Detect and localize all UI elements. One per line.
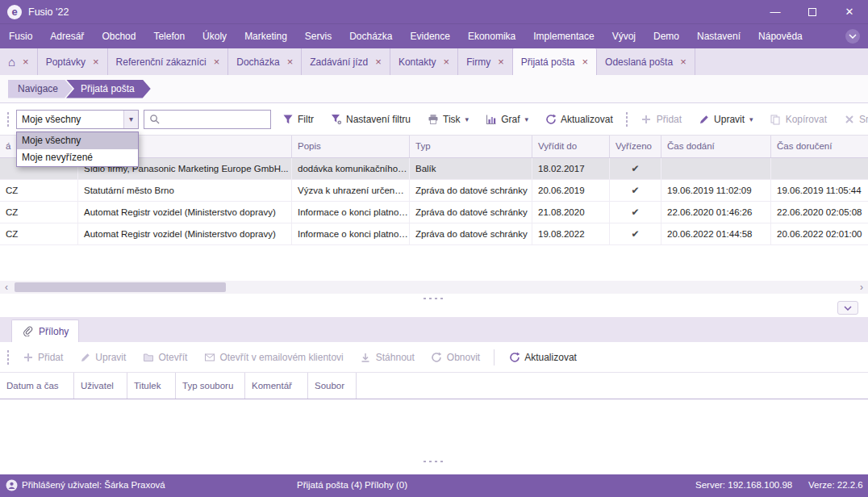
menu-item-dochazka[interactable]: Docházka xyxy=(340,24,401,48)
scroll-right-icon[interactable]: › xyxy=(855,281,868,294)
table-row[interactable]: CZ Automat Registr vozidel (Ministerstvo… xyxy=(0,202,868,223)
cell-cas-doruceni: 19.06.2019 11:05:44 xyxy=(771,180,868,201)
column-header-komentar[interactable]: Komentář xyxy=(245,373,308,399)
tab-close-icon[interactable]: × xyxy=(23,56,29,67)
plus-icon xyxy=(641,113,653,125)
tab-close-icon[interactable]: × xyxy=(375,56,382,67)
tab-firmy[interactable]: Firmy × xyxy=(458,48,513,75)
tab-close-icon[interactable]: × xyxy=(287,56,294,67)
column-header-datum-a-cas[interactable]: Datum a čas xyxy=(0,373,74,399)
tab-close-icon[interactable]: × xyxy=(93,56,99,67)
menu-item-nastaveni[interactable]: Nastavení xyxy=(688,24,749,48)
menu-item-servis[interactable]: Servis xyxy=(296,24,340,48)
collapse-panel-button[interactable] xyxy=(837,301,858,315)
attachment-download-button[interactable]: Stáhnout xyxy=(354,347,420,368)
search-input[interactable] xyxy=(165,114,270,125)
breadcrumb-root[interactable]: Navigace xyxy=(8,80,73,98)
window-title: Fusio '22 xyxy=(28,6,69,18)
cell-cas-dodani: 19.06.2019 11:02:09 xyxy=(661,180,771,201)
menu-item-evidence[interactable]: Evidence xyxy=(402,24,459,48)
chevron-down-icon[interactable]: ▾ xyxy=(524,115,528,123)
menu-item-ukoly[interactable]: Úkoly xyxy=(194,24,236,48)
print-button[interactable]: Tisk ▾ xyxy=(421,109,474,130)
dropdown-option-moje-nevyrizene[interactable]: Moje nevyřízené xyxy=(17,149,138,166)
column-header-typ-souboru[interactable]: Typ souboru xyxy=(176,373,245,399)
toolbar-grip[interactable] xyxy=(6,111,10,127)
column-header-cas-doruceni[interactable]: Čas doručení xyxy=(771,136,868,157)
attachment-edit-button[interactable]: Upravit xyxy=(73,347,131,368)
chevron-down-icon[interactable]: ▾ xyxy=(465,115,469,123)
filter-button[interactable]: Filtr xyxy=(276,109,319,130)
menu-item-implementace[interactable]: Implementace xyxy=(524,24,603,48)
tab-close-icon[interactable]: × xyxy=(214,56,220,67)
tab-dochazka[interactable]: Docházka × xyxy=(228,48,302,75)
menu-item-marketing[interactable]: Marketing xyxy=(236,24,296,48)
add-button[interactable]: Přidat xyxy=(635,109,687,130)
column-header-vyridit-do[interactable]: Vyřídit do xyxy=(532,136,610,157)
delete-button[interactable]: Smazat xyxy=(837,109,868,130)
dropdown-option-moje-vsechny[interactable]: Moje všechny xyxy=(17,132,138,149)
splitter-grip-dots[interactable] xyxy=(422,297,446,300)
chevron-down-icon[interactable]: ▾ xyxy=(749,115,753,123)
table-row[interactable]: CZ Statutární město Brno Výzva k uhrazen… xyxy=(0,180,868,202)
tab-kontakty[interactable]: Kontakty × xyxy=(390,48,458,75)
menu-overflow-button[interactable] xyxy=(845,29,860,44)
scrollbar-track[interactable] xyxy=(13,281,855,294)
breadcrumb-current[interactable]: Přijatá pošta xyxy=(66,80,151,98)
menu-item-napoveda[interactable]: Nápověda xyxy=(749,24,812,48)
column-header-cas-dodani[interactable]: Čas dodání xyxy=(661,136,771,157)
splitter-grip-dots[interactable] xyxy=(422,460,446,463)
chart-button[interactable]: Graf ▾ xyxy=(479,109,534,130)
panel-splitter[interactable] xyxy=(0,294,868,317)
column-header-titulek[interactable]: Titulek xyxy=(127,373,176,399)
edit-button[interactable]: Upravit ▾ xyxy=(692,109,759,130)
menu-item-ekonomika[interactable]: Ekonomika xyxy=(459,24,524,48)
tab-prilohy[interactable]: Přílohy xyxy=(11,320,79,342)
scroll-left-icon[interactable]: ‹ xyxy=(0,281,13,294)
menu-item-adresar[interactable]: Adresář xyxy=(41,24,93,48)
tab-label: Kontakty xyxy=(399,56,436,68)
menu-item-telefon[interactable]: Telefon xyxy=(144,24,194,48)
column-header-uzivatel[interactable]: Uživatel xyxy=(74,373,127,399)
tab-odeslana-posta[interactable]: Odeslaná pošta × xyxy=(597,48,695,75)
menu-item-obchod[interactable]: Obchod xyxy=(93,24,144,48)
attachment-open-button[interactable]: Otevřít xyxy=(136,347,193,368)
maximize-button[interactable] xyxy=(794,0,831,23)
tab-prijata-posta[interactable]: Přijatá pošta × xyxy=(513,48,597,75)
table-row[interactable]: CZ Automat Registr vozidel (Ministerstvo… xyxy=(0,223,868,245)
tab-referencni-zakaznici[interactable]: Referenční zákazníci × xyxy=(108,48,229,75)
attachment-restore-button[interactable]: Obnovit xyxy=(425,347,486,368)
attachment-refresh-button[interactable]: Aktualizovat xyxy=(503,347,582,368)
attachment-open-in-email-button[interactable]: Otevřít v emailovém klientovi xyxy=(198,347,348,368)
tab-close-icon[interactable]: × xyxy=(680,56,686,67)
search-box[interactable] xyxy=(144,110,271,129)
column-header-typ[interactable]: Typ xyxy=(410,136,532,157)
toolbar-grip[interactable] xyxy=(625,111,628,127)
close-button[interactable]: ✕ xyxy=(831,0,868,23)
tab-close-icon[interactable]: × xyxy=(498,56,504,67)
chart-button-label: Graf xyxy=(501,114,520,125)
menu-item-demo[interactable]: Demo xyxy=(645,24,688,48)
minimize-button[interactable]: — xyxy=(757,0,794,23)
column-header-soubor[interactable]: Soubor xyxy=(308,373,357,399)
tab-home[interactable]: ⌂ × xyxy=(0,48,38,75)
menu-item-vyvoj[interactable]: Vývoj xyxy=(603,24,645,48)
tab-label: Firmy xyxy=(466,56,490,68)
view-filter-dropdown[interactable]: Moje všechny ▾ xyxy=(16,110,139,129)
scrollbar-thumb[interactable] xyxy=(15,282,226,292)
tab-close-icon[interactable]: × xyxy=(444,56,450,67)
column-header-popis[interactable]: Popis xyxy=(292,136,410,157)
chevron-down-icon[interactable]: ▾ xyxy=(123,111,138,128)
horizontal-scrollbar[interactable]: ‹ › xyxy=(0,281,868,294)
menu-item-fusio[interactable]: Fusio xyxy=(0,24,41,48)
copy-button[interactable]: Kopírovat xyxy=(764,109,833,130)
title-bar: e Fusio '22 — ✕ xyxy=(0,0,868,24)
tab-close-icon[interactable]: × xyxy=(582,56,588,67)
toolbar-grip[interactable] xyxy=(6,349,10,365)
refresh-button[interactable]: Aktualizovat xyxy=(539,109,619,130)
tab-poptavky[interactable]: Poptávky × xyxy=(38,48,108,75)
column-header-vyrizeno[interactable]: Vyřízeno xyxy=(610,136,661,157)
attachment-add-button[interactable]: Přidat xyxy=(16,347,69,368)
tab-zadavani-jizd[interactable]: Zadávání jízd × xyxy=(302,48,390,75)
filter-settings-button[interactable]: Nastavení filtru xyxy=(324,109,416,130)
